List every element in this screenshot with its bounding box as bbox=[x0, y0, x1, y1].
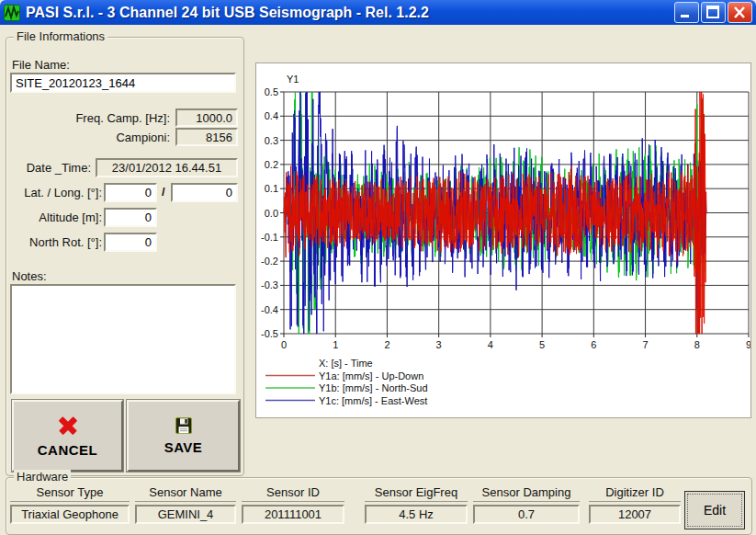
svg-text:4: 4 bbox=[488, 339, 493, 350]
north-rot-label: North Rot. [°]: bbox=[6, 235, 102, 249]
svg-text:Y1b: [mm/s] - North-Sud: Y1b: [mm/s] - North-Sud bbox=[319, 382, 428, 393]
date-time-label: Date _Time: bbox=[6, 161, 91, 175]
svg-text:8: 8 bbox=[694, 339, 700, 350]
longitude-input[interactable] bbox=[171, 183, 238, 202]
notes-textarea[interactable] bbox=[10, 284, 236, 394]
svg-text:Y1: Y1 bbox=[287, 74, 299, 85]
close-button[interactable] bbox=[728, 2, 752, 23]
svg-text:0.3: 0.3 bbox=[265, 135, 278, 146]
cancel-button-label: CANCEL bbox=[38, 442, 98, 458]
minimize-icon bbox=[675, 3, 698, 22]
hardware-group: Hardware Sensor Type Triaxial Geophone S… bbox=[6, 477, 752, 535]
svg-text:1: 1 bbox=[333, 339, 338, 350]
lat-long-separator: / bbox=[162, 185, 165, 199]
lat-long-label: Lat. / Long. [°]: bbox=[6, 186, 102, 199]
svg-text:-0.5: -0.5 bbox=[261, 328, 278, 339]
campioni-label: Campioni: bbox=[6, 131, 170, 144]
window-title: PASI S.r.l. - 3 Channel 24 bit USB Seism… bbox=[26, 5, 674, 21]
file-informations-group: File Informations File Name: Freq. Camp.… bbox=[6, 37, 244, 476]
svg-text:-0.1: -0.1 bbox=[261, 232, 278, 243]
digitizer-id-value: 12007 bbox=[589, 505, 681, 524]
svg-text:0.2: 0.2 bbox=[265, 159, 278, 170]
sensor-id-label: Sensor ID bbox=[242, 485, 344, 502]
maximize-button[interactable] bbox=[701, 2, 726, 23]
save-button-label: SAVE bbox=[164, 439, 203, 455]
sensor-damping-value: 0.7 bbox=[473, 505, 580, 524]
freq-camp-value: 1000.0 bbox=[175, 108, 238, 127]
svg-text:Y1c: [mm/s] - East-West: Y1c: [mm/s] - East-West bbox=[319, 395, 427, 406]
svg-text:0.5: 0.5 bbox=[265, 86, 278, 97]
svg-text:9: 9 bbox=[746, 339, 750, 350]
svg-text:7: 7 bbox=[642, 339, 648, 350]
seismogram-chart: 01234567890.50.40.30.20.10.0-0.1-0.2-0.3… bbox=[256, 63, 750, 417]
svg-text:-0.3: -0.3 bbox=[261, 279, 278, 290]
latitude-input[interactable] bbox=[104, 183, 157, 202]
svg-text:-0.2: -0.2 bbox=[261, 256, 278, 267]
svg-text:Y1a: [mm/s] - Up-Down: Y1a: [mm/s] - Up-Down bbox=[319, 370, 423, 381]
north-rot-input[interactable] bbox=[104, 233, 157, 252]
app-window: PASI S.r.l. - 3 Channel 24 bit USB Seism… bbox=[0, 0, 756, 535]
svg-text:6: 6 bbox=[591, 339, 596, 350]
svg-text:0.1: 0.1 bbox=[265, 183, 278, 194]
freq-camp-label: Freq. Camp. [Hz]: bbox=[6, 111, 170, 125]
svg-text:5: 5 bbox=[539, 339, 545, 350]
sensor-eigfreq-label: Sensor EigFreq bbox=[365, 485, 468, 502]
svg-text:0: 0 bbox=[281, 339, 287, 350]
campioni-value: 8156 bbox=[175, 128, 238, 146]
edit-button[interactable]: Edit bbox=[684, 491, 745, 529]
seismogram-chart-panel: 01234567890.50.40.30.20.10.0-0.1-0.2-0.3… bbox=[255, 63, 751, 418]
svg-text:0.4: 0.4 bbox=[265, 110, 278, 121]
sensor-name-label: Sensor Name bbox=[135, 485, 236, 502]
svg-text:0.0: 0.0 bbox=[265, 208, 278, 219]
svg-text:2: 2 bbox=[384, 339, 389, 350]
altitude-input[interactable] bbox=[104, 208, 157, 227]
save-button[interactable]: SAVE bbox=[127, 400, 240, 472]
sensor-id-value: 201111001 bbox=[242, 505, 344, 524]
file-name-input[interactable] bbox=[10, 73, 236, 93]
svg-text:X: [s] - Time: X: [s] - Time bbox=[319, 358, 373, 369]
minimize-button[interactable] bbox=[674, 2, 699, 23]
digitizer-id-label: Digitizer ID bbox=[589, 485, 681, 502]
cancel-button[interactable]: CANCEL bbox=[12, 400, 123, 472]
svg-text:-0.4: -0.4 bbox=[261, 304, 278, 315]
sensor-eigfreq-value: 4.5 Hz bbox=[365, 505, 468, 524]
file-informations-group-label: File Informations bbox=[14, 29, 107, 43]
hardware-group-label: Hardware bbox=[14, 470, 71, 484]
sensor-damping-label: Sensor Damping bbox=[473, 485, 580, 502]
svg-text:3: 3 bbox=[436, 339, 442, 350]
sensor-name-value: GEMINI_4 bbox=[135, 505, 236, 524]
sensor-type-label: Sensor Type bbox=[10, 485, 130, 502]
maximize-icon bbox=[702, 3, 725, 22]
app-icon bbox=[4, 5, 20, 21]
altitude-label: Altitude [m]: bbox=[6, 211, 102, 224]
close-icon bbox=[728, 3, 751, 22]
titlebar: PASI S.r.l. - 3 Channel 24 bit USB Seism… bbox=[0, 0, 756, 25]
save-floppy-icon bbox=[175, 416, 193, 435]
sensor-type-value: Triaxial Geophone bbox=[10, 505, 130, 524]
notes-label: Notes: bbox=[12, 269, 47, 283]
file-name-label: File Name: bbox=[12, 58, 70, 72]
cancel-x-icon bbox=[56, 414, 80, 438]
date-time-value: 23/01/2012 16.44.51 bbox=[96, 158, 238, 177]
